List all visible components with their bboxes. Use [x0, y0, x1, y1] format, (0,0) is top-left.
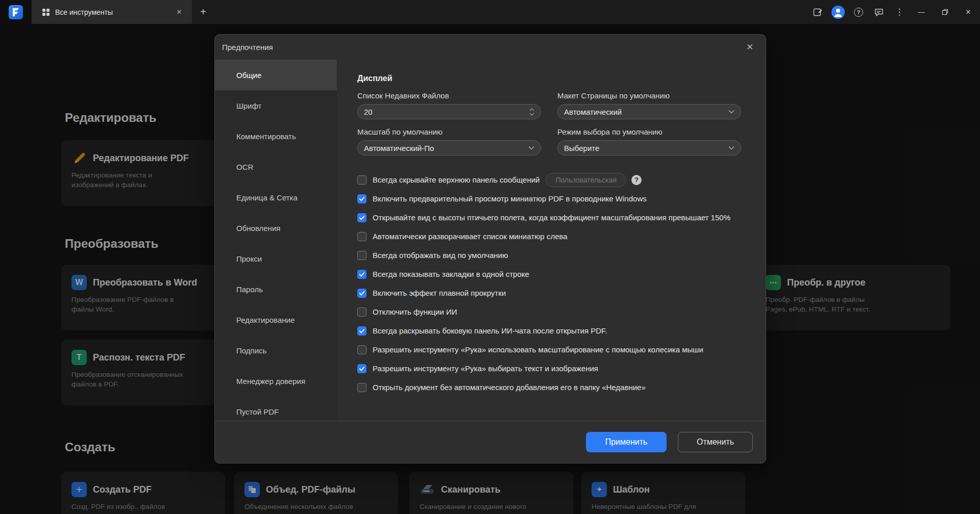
spinner-down-icon[interactable]	[529, 113, 534, 116]
checkbox[interactable]	[357, 213, 366, 222]
sidebar-item-label: Подпись	[236, 346, 266, 355]
check-icon	[358, 214, 365, 221]
checkbox-row-hide-message-bar[interactable]: Всегда скрывайте верхнюю панель сообщени…	[357, 170, 743, 189]
apply-button[interactable]: Применить	[586, 432, 667, 452]
checkbox-row-hand-tool-select[interactable]: Разрешить инструменту «Рука» выбирать те…	[357, 359, 743, 378]
page-layout-dropdown[interactable]: Автоматический	[557, 104, 741, 119]
checkbox-row-bookmarks-one-line[interactable]: Всегда показывать закладки в одной строк…	[357, 265, 743, 284]
sidebar-item-general[interactable]: Общие	[215, 60, 337, 90]
checkbox[interactable]	[357, 232, 366, 241]
recent-files-spinner[interactable]: 20	[357, 104, 541, 119]
checkbox-row-auto-expand-thumbnails[interactable]: Автоматически разворачивает список миниа…	[357, 227, 743, 246]
checkbox-row-no-recent-folder[interactable]: Открыть документ без автоматического доб…	[357, 378, 743, 397]
sidebar-item-label: Прокси	[236, 254, 262, 263]
more-menu-button[interactable]: ⋮	[889, 0, 910, 24]
all-tools-icon	[42, 8, 50, 16]
checkbox-label: Всегда отображать вид по умолчанию	[373, 250, 508, 261]
close-window-button[interactable]: ✕	[957, 0, 980, 24]
sidebar-item-updates[interactable]: Обновления	[215, 213, 337, 243]
preferences-dialog: Предпочтения ✕ Общие Шрифт Комментироват…	[214, 34, 766, 464]
chevron-down-icon	[728, 110, 734, 114]
chevron-down-icon	[528, 146, 534, 150]
checkbox-label: Включить эффект плавной прокрутки	[373, 288, 506, 299]
sidebar-item-label: Редактирование	[236, 316, 295, 324]
checkbox[interactable]	[357, 345, 366, 354]
new-tab-button[interactable]: +	[192, 0, 214, 24]
display-form: Список Недавних Файлов 20 Макет Страницы…	[357, 83, 743, 156]
spinner-up-icon[interactable]	[529, 108, 534, 111]
sidebar-item-trust-manager[interactable]: Менеджер доверия	[215, 366, 337, 396]
custom-message-bar-button[interactable]: Пользовательская	[546, 173, 626, 187]
account-button[interactable]	[828, 0, 848, 24]
sidebar-item-proxy[interactable]: Прокси	[215, 243, 337, 274]
feedback-button[interactable]	[869, 0, 889, 24]
checkbox-label: Отключить функции ИИ	[373, 306, 457, 318]
checkbox-row-hand-tool-zoom[interactable]: Разрешить инструменту «Рука» использоват…	[357, 340, 743, 359]
checkbox-label: Разрешить инструменту «Рука» использоват…	[373, 344, 703, 355]
checkbox-row-default-view[interactable]: Всегда отображать вид по умолчанию	[357, 246, 743, 265]
sidebar-item-signature[interactable]: Подпись	[215, 335, 337, 366]
checkbox[interactable]	[357, 175, 366, 185]
sidebar-item-ocr[interactable]: OCR	[215, 151, 337, 182]
checkbox-row-birds-eye-view[interactable]: Открывайте вид с высоты птичьего полета,…	[357, 208, 743, 227]
sidebar-item-blank-pdf[interactable]: Пустой PDF	[215, 396, 337, 421]
chevron-down-icon	[728, 146, 734, 150]
sidebar-item-label: Единица & Сетка	[236, 193, 298, 202]
titlebar: Все инструменты ✕ + ?	[0, 0, 980, 24]
check-icon	[358, 271, 365, 278]
preferences-content: Дисплей Список Недавних Файлов 20	[337, 60, 766, 421]
sidebar-item-comment[interactable]: Комментировать	[215, 121, 337, 151]
checkbox[interactable]	[357, 270, 366, 279]
tab-all-tools[interactable]: Все инструменты ✕	[32, 0, 192, 24]
check-icon	[358, 365, 365, 372]
default-zoom-label: Масштаб по умолчанию	[357, 127, 541, 136]
checkbox-label: Открывайте вид с высоты птичьего полета,…	[373, 212, 730, 223]
dialog-close-icon[interactable]: ✕	[743, 41, 756, 54]
kebab-icon: ⋮	[895, 7, 904, 17]
tab-close-icon[interactable]: ✕	[174, 7, 185, 18]
selection-mode-dropdown[interactable]: Выберите	[557, 140, 741, 156]
checkbox-label: Открыть документ без автоматического доб…	[373, 382, 646, 393]
recent-files-value: 20	[364, 108, 529, 116]
checkbox[interactable]	[357, 289, 366, 298]
whats-new-button[interactable]	[807, 0, 828, 24]
page-layout-label: Макет Страницы по умолчанию	[557, 91, 741, 100]
dialog-header: Предпочтения ✕	[215, 35, 766, 60]
preferences-sidebar: Общие Шрифт Комментировать OCR Единица &…	[215, 60, 337, 421]
cancel-button[interactable]: Отменить	[678, 432, 753, 452]
checkbox-label: Автоматически разворачивает список миниа…	[373, 231, 568, 242]
checkbox[interactable]	[357, 383, 366, 392]
maximize-button[interactable]	[933, 0, 957, 24]
minimize-button[interactable]: —	[910, 0, 933, 24]
user-avatar-icon	[831, 6, 845, 19]
sidebar-item-label: Пароль	[236, 285, 263, 294]
checkbox-row-ai-sidebar[interactable]: Всегда раскрывать боковую панель ИИ-чата…	[357, 321, 743, 340]
help-button[interactable]: ?	[848, 0, 869, 24]
checkbox-row-thumbnail-preview[interactable]: Включить предварительный просмотр миниат…	[357, 189, 743, 208]
checkbox[interactable]	[357, 326, 366, 336]
checkbox[interactable]	[357, 251, 366, 260]
tab-label: Все инструменты	[55, 8, 168, 16]
checkbox-row-disable-ai[interactable]: Отключить функции ИИ	[357, 302, 743, 321]
sidebar-item-label: Менеджер доверия	[236, 377, 305, 386]
sidebar-item-password[interactable]: Пароль	[215, 274, 337, 304]
sidebar-item-label: Шрифт	[236, 101, 261, 110]
dialog-title: Предпочтения	[222, 43, 273, 52]
checkbox[interactable]	[357, 194, 366, 203]
feedback-icon	[874, 7, 884, 17]
sidebar-item-label: OCR	[236, 163, 253, 171]
sidebar-item-editing[interactable]: Редактирование	[215, 304, 337, 335]
spinner-arrows[interactable]	[529, 108, 534, 116]
help-icon[interactable]: ?	[631, 175, 642, 185]
default-zoom-dropdown[interactable]: Автоматический-По	[357, 140, 541, 156]
checkbox-row-smooth-scroll[interactable]: Включить эффект плавной прокрутки	[357, 284, 743, 302]
sidebar-item-label: Комментировать	[236, 132, 296, 141]
sidebar-item-font[interactable]: Шрифт	[215, 90, 337, 121]
checkbox[interactable]	[357, 364, 366, 373]
sidebar-item-unit-grid[interactable]: Единица & Сетка	[215, 182, 337, 213]
display-options-list: Всегда скрывайте верхнюю панель сообщени…	[357, 170, 743, 397]
app-logo[interactable]	[0, 0, 32, 24]
checkbox[interactable]	[357, 307, 366, 317]
app-window: Все инструменты ✕ + ?	[0, 0, 980, 514]
checkbox-label: Всегда раскрывать боковую панель ИИ-чата…	[373, 325, 607, 337]
